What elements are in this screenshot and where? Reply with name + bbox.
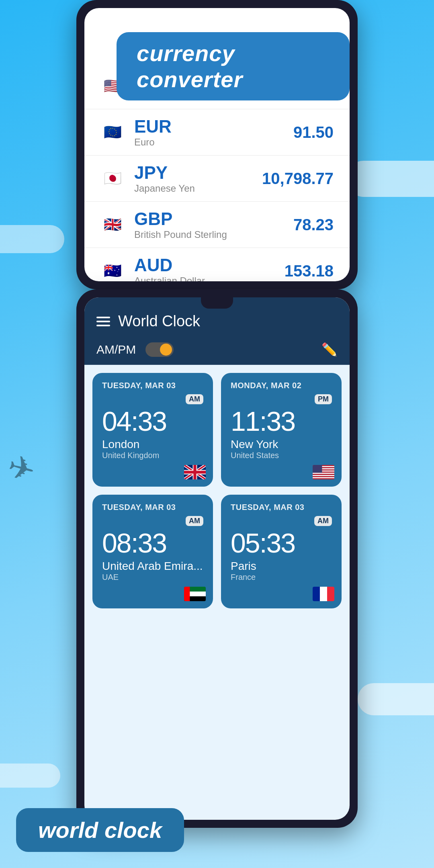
currency-info: AUD Australian Dollar — [134, 255, 285, 281]
currency-info: JPY Japanese Yen — [134, 163, 262, 194]
clock-card[interactable]: TUESDAY, MAR 03 AM 08:33 United Arab Emi… — [92, 495, 213, 608]
svg-rect-20 — [184, 587, 190, 601]
currency-item[interactable]: 🇬🇧 GBP British Pound Sterling 78.23 — [84, 202, 350, 248]
flag-uk — [184, 465, 206, 479]
ampm-badge: PM — [315, 394, 332, 404]
currency-value: 10,798.77 — [262, 170, 334, 188]
ampm-label: AM/PM — [96, 343, 136, 356]
clock-grid: TUESDAY, MAR 03 AM 04:33 London United K… — [84, 365, 350, 616]
clock-date: TUESDAY, MAR 03 — [102, 503, 203, 512]
clock-city: United Arab Emira... — [102, 560, 203, 573]
currency-info: EUR Euro — [134, 117, 293, 148]
currency-code: JPY — [134, 163, 262, 183]
clock-time: 08:33 — [102, 529, 203, 557]
world-clock-title: World Clock — [118, 313, 338, 330]
world-clock-label-banner: world clock — [16, 808, 184, 852]
currency-label-text: currency converter — [137, 41, 243, 92]
airplane-decoration: ✈ — [4, 447, 39, 490]
currency-item[interactable]: 🇪🇺 EUR Euro 91.50 — [84, 109, 350, 156]
ampm-badge-row: AM — [102, 516, 203, 528]
clock-city: London — [102, 438, 203, 451]
currency-item[interactable]: 🇦🇺 AUD Australian Dollar 153.18 — [84, 248, 350, 281]
currency-code: GBP — [134, 209, 293, 229]
cloud-decoration-1 — [346, 161, 434, 197]
currency-info: GBP British Pound Sterling — [134, 209, 293, 240]
world-clock-screen: World Clock AM/PM ✏️ TUESDAY, MAR 03 AM … — [84, 297, 350, 820]
currency-value: 153.18 — [285, 262, 334, 280]
currency-phone: currency converter 100 USD equals: 🇺🇸 US… — [76, 0, 358, 289]
menu-button[interactable] — [96, 317, 110, 326]
ampm-row: AM/PM ✏️ — [84, 337, 350, 365]
currency-name: Euro — [134, 137, 293, 148]
hamburger-line — [96, 321, 110, 322]
clock-time: 04:33 — [102, 407, 203, 435]
svg-rect-22 — [320, 587, 327, 601]
clock-card[interactable]: TUESDAY, MAR 03 AM 04:33 London United K… — [92, 373, 213, 487]
ampm-badge-row: AM — [231, 516, 332, 528]
clock-country: UAE — [102, 573, 203, 582]
currency-name: British Pound Sterling — [134, 229, 293, 240]
svg-rect-21 — [313, 587, 320, 601]
svg-rect-10 — [313, 474, 334, 475]
currency-flag: 🇦🇺 — [100, 259, 125, 281]
flag-us — [313, 465, 334, 479]
phone-notch — [201, 297, 233, 309]
svg-rect-14 — [313, 478, 334, 479]
clock-country: United States — [231, 451, 332, 460]
currency-screen: currency converter 100 USD equals: 🇺🇸 US… — [84, 8, 350, 281]
clock-time: 11:33 — [231, 407, 332, 435]
svg-rect-23 — [327, 587, 334, 601]
currency-code: EUR — [134, 117, 293, 137]
clock-card[interactable]: TUESDAY, MAR 03 AM 05:33 Paris France — [221, 495, 342, 608]
clock-date: TUESDAY, MAR 03 — [102, 381, 203, 390]
currency-name: Japanese Yen — [134, 183, 262, 194]
edit-icon[interactable]: ✏️ — [321, 342, 338, 357]
ampm-toggle[interactable] — [145, 342, 174, 357]
flag-fr — [313, 587, 334, 601]
hamburger-line — [96, 325, 110, 326]
currency-value: 91.50 — [293, 123, 334, 141]
cloud-decoration-3 — [358, 683, 434, 715]
currency-name: Australian Dollar — [134, 275, 285, 281]
currency-value: 78.23 — [293, 216, 334, 234]
cloud-decoration-2 — [0, 225, 64, 253]
clock-country: United Kingdom — [102, 451, 203, 460]
svg-rect-11 — [313, 475, 334, 476]
svg-rect-13 — [313, 477, 334, 478]
world-clock-phone: World Clock AM/PM ✏️ TUESDAY, MAR 03 AM … — [76, 289, 358, 828]
currency-label-banner: currency converter — [117, 32, 350, 100]
flag-ae — [184, 587, 206, 601]
clock-city: New York — [231, 438, 332, 451]
svg-rect-9 — [313, 473, 334, 474]
ampm-badge: AM — [186, 516, 203, 526]
clock-country: France — [231, 573, 332, 582]
clock-time: 05:33 — [231, 529, 332, 557]
ampm-badge: AM — [186, 394, 203, 404]
clock-date: MONDAY, MAR 02 — [231, 381, 332, 390]
currency-code: AUD — [134, 255, 285, 275]
world-clock-label-text: world clock — [38, 817, 162, 843]
ampm-badge-row: PM — [231, 394, 332, 407]
clock-date: TUESDAY, MAR 03 — [231, 503, 332, 512]
svg-rect-15 — [313, 465, 322, 473]
currency-flag: 🇪🇺 — [100, 120, 125, 144]
currency-flag: 🇬🇧 — [100, 213, 125, 237]
hamburger-line — [96, 317, 110, 318]
currency-item[interactable]: 🇯🇵 JPY Japanese Yen 10,798.77 — [84, 156, 350, 202]
clock-card[interactable]: MONDAY, MAR 02 PM 11:33 New York United … — [221, 373, 342, 487]
cloud-decoration-4 — [0, 764, 60, 788]
toggle-thumb — [160, 344, 172, 356]
clock-city: Paris — [231, 560, 332, 573]
ampm-badge-row: AM — [102, 394, 203, 407]
ampm-badge: AM — [314, 516, 332, 526]
currency-flag: 🇯🇵 — [100, 166, 125, 190]
svg-rect-12 — [313, 476, 334, 477]
